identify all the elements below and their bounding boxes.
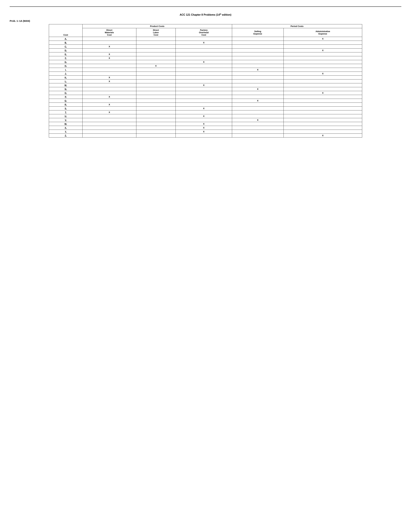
cell-dm <box>83 60 136 64</box>
table-row: O.X <box>49 91 362 95</box>
cell-ae <box>283 106 362 110</box>
cell-se <box>232 76 283 79</box>
cell-ae <box>283 118 362 122</box>
cell-dl <box>136 72 176 76</box>
table-row: S.X <box>49 106 362 110</box>
cell-dl <box>136 48 176 52</box>
cell-se <box>232 83 283 87</box>
cell-dl <box>136 122 176 126</box>
cell-fo <box>176 134 232 138</box>
cell-fo <box>176 118 232 122</box>
cell-dl <box>136 130 176 134</box>
table-row: J.X <box>49 72 362 76</box>
table-row: W.X <box>49 122 362 126</box>
cell-se <box>232 110 283 114</box>
cell-fo <box>176 79 232 83</box>
row-letter-cell: W. <box>49 122 83 126</box>
row-letter-cell: M. <box>49 83 83 87</box>
cell-se <box>232 106 283 110</box>
cell-dm <box>83 114 136 118</box>
cell-dl <box>136 56 176 60</box>
cell-se <box>232 64 283 68</box>
title-suffix: edition) <box>221 13 231 16</box>
cell-fo <box>176 95 232 99</box>
cell-dm: X <box>83 95 136 99</box>
cell-fo: X <box>176 126 232 130</box>
cell-se <box>232 41 283 45</box>
table-row: E.X <box>49 52 362 56</box>
cell-fo <box>176 56 232 60</box>
cell-se <box>232 79 283 83</box>
row-letter-cell: K. <box>49 76 83 79</box>
cell-dl <box>136 79 176 83</box>
row-letter-cell: O. <box>49 91 83 95</box>
row-letter-cell: H. <box>49 64 83 68</box>
table-row: T.X <box>49 110 362 114</box>
cell-ae: X <box>283 37 362 41</box>
cell-ae: X <box>283 91 362 95</box>
title-text: ACC 121 Chapter 8 Problems (14 <box>180 13 220 16</box>
table-body: A.XB.XC.XD.XE.XF.XG.XH.XI.XJ.XK.XL.XM.XN… <box>49 37 362 138</box>
cell-dm <box>83 83 136 87</box>
row-letter-cell: Y. <box>49 130 83 134</box>
table-row: P.X <box>49 95 362 99</box>
selling-expense-header: SellingExpense <box>232 28 283 37</box>
cell-se <box>232 56 283 60</box>
cell-ae <box>283 99 362 103</box>
row-letter-cell: N. <box>49 87 83 91</box>
cell-se: X <box>232 118 283 122</box>
cell-dm: X <box>83 103 136 106</box>
cell-ae <box>283 60 362 64</box>
prob-label: Prob. 1–1A (MAN) <box>10 19 401 22</box>
cost-column-header: Cost <box>49 24 83 37</box>
cell-dm <box>83 37 136 41</box>
row-letter-cell: C. <box>49 45 83 48</box>
cell-dm <box>83 72 136 76</box>
title-sup: th <box>220 13 221 15</box>
cell-se <box>232 91 283 95</box>
cell-fo <box>176 37 232 41</box>
table-row: V.X <box>49 118 362 122</box>
table-row: Y.X <box>49 130 362 134</box>
cell-se <box>232 122 283 126</box>
cell-dm <box>83 48 136 52</box>
row-letter-cell: Q. <box>49 99 83 103</box>
cell-dl <box>136 114 176 118</box>
cell-ae: X <box>283 134 362 138</box>
cost-classification-table: Cost Product Costs Period Costs DirectMa… <box>49 24 362 138</box>
cell-ae <box>283 41 362 45</box>
cell-dm: X <box>83 56 136 60</box>
cell-se <box>232 130 283 134</box>
cell-se <box>232 72 283 76</box>
cell-ae <box>283 87 362 91</box>
cell-dl <box>136 95 176 99</box>
period-costs-header: Period Costs <box>232 24 362 28</box>
cell-dl <box>136 60 176 64</box>
row-letter-cell: P. <box>49 95 83 99</box>
cell-ae <box>283 95 362 99</box>
cell-fo <box>176 64 232 68</box>
cell-dm <box>83 99 136 103</box>
table-row: U.X <box>49 114 362 118</box>
row-letter-cell: A. <box>49 37 83 41</box>
cell-dm <box>83 126 136 130</box>
cell-fo <box>176 91 232 95</box>
cell-se <box>232 45 283 48</box>
table-row: F.X <box>49 56 362 60</box>
cell-dm <box>83 134 136 138</box>
cell-fo <box>176 48 232 52</box>
cell-dl <box>136 110 176 114</box>
cell-dm: X <box>83 79 136 83</box>
cell-dl <box>136 37 176 41</box>
row-letter-cell: X. <box>49 126 83 130</box>
cell-dm <box>83 41 136 45</box>
table-row: K.X <box>49 76 362 79</box>
cell-se <box>232 37 283 41</box>
cell-dl <box>136 68 176 72</box>
row-letter-cell: D. <box>49 48 83 52</box>
cell-dl <box>136 106 176 110</box>
cell-se: X <box>232 87 283 91</box>
cell-dl <box>136 52 176 56</box>
cell-ae <box>283 52 362 56</box>
cell-fo <box>176 52 232 56</box>
